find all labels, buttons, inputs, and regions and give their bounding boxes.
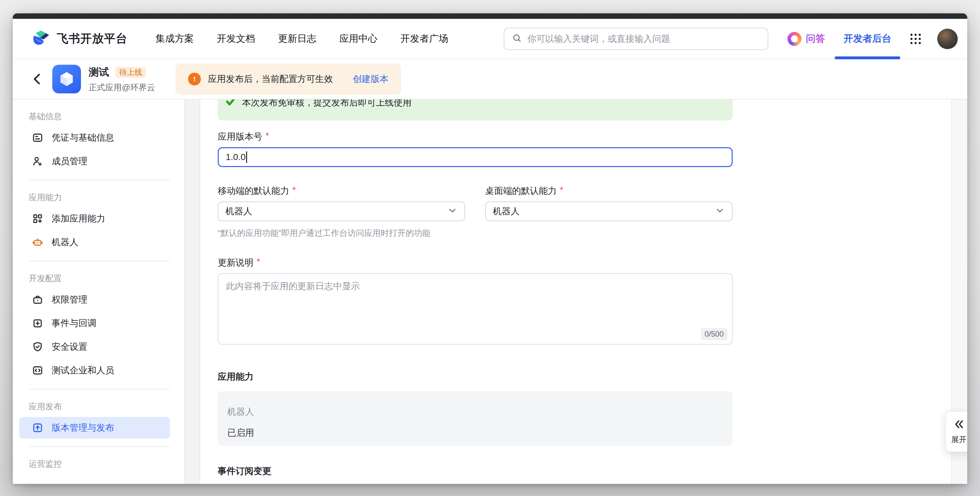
main-panel: 本次发布免审核，提交发布后即可上线使用 应用版本号 * 1.0.0 移动端的默认… [200, 99, 967, 484]
sidebar: 基础信息 凭证与基础信息 成员管理 应用能力 [13, 99, 184, 484]
nav-dev-plaza[interactable]: 开发者广场 [401, 32, 448, 45]
desktop-capability-select[interactable]: 机器人 [485, 202, 733, 221]
sidebar-item-version-release[interactable]: 版本管理与发布 [19, 417, 170, 439]
warning-text: 应用发布后，当前配置方可生效 [208, 73, 333, 85]
sidebar-item-label: 机器人 [52, 236, 78, 248]
qa-gradient-icon [788, 32, 802, 46]
robot-icon [32, 237, 43, 248]
member-add-icon [32, 156, 43, 167]
nav-docs[interactable]: 开发文档 [217, 32, 255, 45]
sidebar-item-members[interactable]: 成员管理 [19, 151, 170, 172]
window-titlebar [13, 13, 967, 19]
app-header-bar: 测试 待上线 正式应用@环界云 应用发布后，当前配置方可生效 创建版本 [13, 59, 967, 99]
search-input[interactable] [527, 34, 760, 44]
char-counter: 0/500 [701, 328, 727, 340]
text-caret [246, 151, 247, 163]
publish-warning-banner: 应用发布后，当前配置方可生效 创建版本 [175, 64, 401, 95]
app-grid-icon[interactable] [909, 32, 922, 45]
chevron-down-icon [715, 205, 725, 218]
required-mark: * [257, 257, 260, 269]
sidebar-section-release: 应用发布 [29, 401, 184, 410]
sidebar-item-label: 安全设置 [52, 341, 88, 353]
create-version-link[interactable]: 创建版本 [353, 73, 388, 85]
sidebar-item-add-capability[interactable]: 添加应用能力 [19, 208, 170, 229]
nav-app-center[interactable]: 应用中心 [339, 32, 377, 45]
sidebar-section-basic-info: 基础信息 [29, 111, 184, 121]
feishu-bird-icon [32, 29, 52, 48]
sidebar-divider [29, 180, 170, 180]
capabilities-card: 机器人 已启用 [218, 391, 733, 446]
top-navigation: 飞书开放平台 集成方案 开发文档 更新日志 应用中心 开发者广场 问答 开发者后… [13, 19, 967, 59]
version-value: 1.0.0 [226, 152, 245, 162]
feishu-logo[interactable]: 飞书开放平台 [32, 29, 127, 48]
back-button[interactable] [30, 69, 48, 89]
version-label: 应用版本号 [218, 131, 262, 143]
expand-panel-button[interactable]: 展开 [945, 411, 967, 452]
double-chevron-left-icon [953, 418, 965, 431]
primary-nav: 集成方案 开发文档 更新日志 应用中心 开发者广场 [156, 32, 448, 45]
sidebar-item-label: 测试企业和人员 [52, 364, 114, 377]
sidebar-section-ops-monitor: 运营监控 [29, 458, 184, 468]
mobile-capability-value: 机器人 [225, 205, 252, 218]
app-subtitle: 正式应用@环界云 [89, 82, 155, 93]
capability-name: 机器人 [227, 406, 723, 418]
shield-check-icon [32, 341, 43, 353]
logo-text: 飞书开放平台 [57, 31, 127, 46]
warning-icon [188, 73, 201, 86]
sidebar-item-label: 版本管理与发布 [52, 422, 114, 434]
app-name: 测试 [89, 65, 109, 79]
sidebar-item-events[interactable]: 事件与回调 [19, 312, 170, 334]
desktop-capability-value: 机器人 [493, 205, 520, 218]
version-form: 本次发布免审核，提交发布后即可上线使用 应用版本号 * 1.0.0 移动端的默认… [218, 99, 733, 484]
code-brackets-icon [32, 365, 43, 376]
mobile-capability-label: 移动端的默认能力 [218, 185, 289, 197]
update-note-textarea[interactable] [218, 274, 732, 344]
briefcase-icon [32, 294, 43, 305]
sidebar-item-permissions[interactable]: 权限管理 [19, 289, 170, 310]
add-capability-icon [32, 213, 43, 224]
app-icon [52, 65, 81, 94]
required-mark: * [560, 185, 563, 197]
user-avatar[interactable] [937, 29, 958, 49]
nav-integration[interactable]: 集成方案 [156, 32, 194, 45]
capabilities-heading: 应用能力 [218, 371, 733, 383]
expand-label: 展开 [951, 434, 967, 445]
sidebar-item-security[interactable]: 安全设置 [19, 336, 170, 358]
update-note-label: 更新说明 [218, 257, 253, 269]
sidebar-divider [29, 446, 170, 447]
success-check-icon [225, 99, 236, 109]
capability-status: 已启用 [227, 427, 723, 439]
search-icon [512, 33, 522, 45]
app-meta: 测试 待上线 正式应用@环界云 [89, 65, 155, 93]
version-input[interactable]: 1.0.0 [218, 147, 733, 167]
sidebar-item-label: 添加应用能力 [52, 213, 105, 225]
chevron-down-icon [447, 205, 458, 218]
update-note-field: 0/500 [218, 273, 733, 345]
qa-label: 问答 [806, 32, 825, 45]
desktop-capability-label: 桌面端的默认能力 [485, 185, 557, 197]
browser-window: 飞书开放平台 集成方案 开发文档 更新日志 应用中心 开发者广场 问答 开发者后… [13, 13, 967, 484]
sidebar-scrollbar-track[interactable] [184, 99, 200, 484]
success-banner: 本次发布免审核，提交发布后即可上线使用 [218, 99, 733, 121]
tab-developer-console[interactable]: 开发者后台 [843, 19, 891, 59]
qa-entry[interactable]: 问答 [788, 32, 825, 46]
required-mark: * [292, 185, 296, 197]
mobile-capability-select[interactable]: 机器人 [218, 202, 465, 221]
sidebar-item-test-org[interactable]: 测试企业和人员 [19, 359, 170, 381]
default-capability-hint: “默认的应用功能”即用户通过工作台访问应用时打开的功能 [218, 227, 465, 239]
id-card-icon [32, 132, 43, 143]
success-banner-text: 本次发布免审核，提交发布后即可上线使用 [242, 99, 412, 110]
search-box[interactable] [504, 28, 768, 50]
sidebar-divider [29, 261, 170, 261]
sidebar-item-credentials[interactable]: 凭证与基础信息 [19, 127, 170, 149]
event-callback-icon [32, 318, 43, 329]
sidebar-section-capabilities: 应用能力 [29, 192, 184, 202]
sidebar-section-dev-config: 开发配置 [29, 273, 184, 283]
required-mark: * [266, 131, 269, 143]
sidebar-item-label: 权限管理 [52, 294, 88, 306]
nav-changelog[interactable]: 更新日志 [278, 32, 316, 45]
event-change-heading: 事件订阅变更 [218, 465, 733, 477]
sidebar-item-label: 事件与回调 [52, 317, 96, 329]
sidebar-item-label: 凭证与基础信息 [52, 132, 114, 144]
sidebar-item-bot[interactable]: 机器人 [19, 231, 170, 253]
